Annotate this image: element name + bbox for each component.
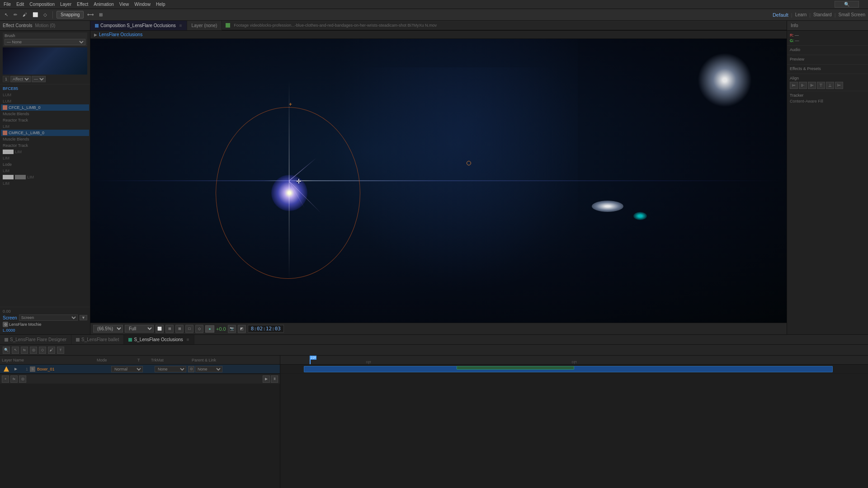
show-snapshot-btn[interactable]: ◩	[238, 325, 246, 333]
menu-file[interactable]: File	[4, 2, 11, 7]
comp-tab-occlusions[interactable]: Composition S_LensFlare Occlusions ≡	[90, 21, 187, 30]
layer-item-lim1[interactable]: LIM	[1, 123, 89, 130]
layer-name-1[interactable]: Boxer_01	[37, 367, 109, 371]
timeline-motion-btn[interactable]: ◎	[30, 347, 37, 354]
quality-select[interactable]: Full Half Quarter	[125, 325, 154, 333]
layer-item-lim5[interactable]: LIM	[1, 174, 89, 180]
menu-help[interactable]: Help	[156, 2, 165, 7]
menu-effect[interactable]: Effect	[77, 2, 88, 7]
workspace-standard[interactable]: Standard	[813, 12, 832, 17]
comp-tab-layer[interactable]: Layer (none)	[187, 21, 222, 30]
tl-header-mode: Mode	[97, 358, 133, 362]
grid-overlay-btn[interactable]: ⊞	[175, 325, 184, 333]
layer-mode-select[interactable]: Normal Screen Add	[111, 366, 143, 372]
motion-tab[interactable]: Motion (0)	[35, 23, 55, 28]
tl-pause-btn[interactable]: ⏸	[271, 375, 278, 383]
layer-item-lode[interactable]: Lode	[1, 161, 89, 168]
layer-item-cmrce[interactable]: CMRCE_L_LIMB_0	[1, 130, 89, 136]
align-left-btn[interactable]: ⊨	[790, 82, 798, 89]
align-right-btn[interactable]: ⊫	[808, 82, 816, 89]
tl-tab-occlusions[interactable]: S_LensFlare Occlusions ≡	[124, 335, 194, 344]
timeline-effects-btn[interactable]: fx	[21, 347, 28, 354]
menu-window[interactable]: Window	[134, 2, 151, 7]
layer-item-lim6[interactable]: LIM	[1, 180, 89, 187]
layer-item-muscle1[interactable]: Muscle Blends	[1, 111, 89, 117]
transparency-btn[interactable]: ⊞	[165, 325, 174, 333]
align-bottom-btn[interactable]: ⊢	[835, 82, 843, 89]
menu-edit[interactable]: Edit	[16, 2, 24, 7]
playhead[interactable]	[310, 356, 311, 364]
layer-item-muscle2[interactable]: Muscle Blends	[1, 136, 89, 142]
layer-item-lim3[interactable]: LIM	[1, 155, 89, 161]
layer-expand-icon[interactable]: ▶	[13, 366, 19, 372]
search-box[interactable]: 🔍	[835, 1, 859, 8]
tl-tab-menu-3[interactable]: ≡	[187, 337, 189, 342]
timeline-move-btn[interactable]: ↖	[12, 347, 19, 354]
timeline-mask-btn[interactable]: ◇	[39, 347, 46, 354]
zoom-select[interactable]: (66.5%) (100%) (50%)	[93, 325, 123, 333]
screen-dropdown[interactable]: ▼	[80, 315, 87, 320]
effect-controls-tab[interactable]: Effect Controls	[3, 23, 32, 28]
info-green-row: G: —	[790, 38, 865, 43]
layer-item-reactor1[interactable]: Reactor Track	[1, 117, 89, 123]
workspace-default[interactable]: Default	[773, 12, 788, 18]
masks-btn[interactable]: ◇	[195, 325, 203, 333]
workspace-small-screen[interactable]: Small Screen	[839, 12, 865, 17]
color-correction-btn[interactable]: ●	[205, 325, 214, 333]
shape-tool[interactable]: ◇	[42, 12, 49, 18]
gear-icon[interactable]: ⚙	[3, 322, 8, 327]
link-icon[interactable]: ⊙	[188, 366, 194, 372]
snapping-icon[interactable]: ⟷	[85, 12, 95, 18]
tl-layer-row-1[interactable]: ▶ 1 S Boxer_01 Normal Screen Add None ⊙ …	[0, 365, 280, 374]
breadcrumb-composition[interactable]: LensFlare Occlusions	[99, 32, 142, 37]
layer-item-lim4[interactable]: LIM	[1, 168, 89, 174]
tl-render-btn[interactable]: ▶	[263, 375, 270, 383]
snapshot-btn[interactable]: 📷	[228, 325, 236, 333]
align-middle-btn[interactable]: ⊥	[826, 82, 834, 89]
timeline-paint-btn[interactable]: 🖌	[48, 347, 55, 354]
brush-size[interactable]: 1	[3, 76, 9, 82]
layer-item-cfce[interactable]: CFCE_L_LIMB_0	[1, 104, 89, 111]
region-select-btn[interactable]: ⬜	[156, 325, 164, 333]
grid-icon[interactable]: ⊞	[97, 12, 104, 18]
layer-item-lim2[interactable]: LIM	[1, 149, 89, 155]
menu-animation[interactable]: Animation	[94, 2, 113, 7]
control-point-right[interactable]	[467, 161, 471, 165]
align-buttons: ⊨ ⊩ ⊫ ⊤ ⊥ ⊢	[790, 82, 865, 89]
align-center-btn[interactable]: ⊩	[799, 82, 807, 89]
align-top-btn[interactable]: ⊤	[817, 82, 825, 89]
timeline-search-btn[interactable]: 🔍	[3, 347, 10, 354]
viewport[interactable]: + ✛	[90, 39, 787, 323]
layer-item-lum2[interactable]: LUM	[1, 98, 89, 104]
menu-view[interactable]: View	[119, 2, 129, 7]
comp-tab-menu[interactable]: ≡	[179, 23, 182, 28]
tl-new-layer-btn[interactable]: +	[2, 375, 9, 383]
screen-select[interactable]: Screen	[19, 314, 78, 321]
brush-effect-select[interactable]: —	[32, 76, 46, 82]
layer-trkmat-select[interactable]: None	[155, 366, 186, 372]
screen-label[interactable]: Screen	[3, 315, 17, 320]
layer-item-lum1[interactable]: LUM	[1, 92, 89, 98]
tl-tab-flare-designer[interactable]: S_LensFlare Flare Designer	[0, 335, 71, 344]
brush-tool[interactable]: 🖌	[21, 12, 29, 18]
timeline-text-btn[interactable]: T	[57, 347, 64, 354]
workspace-learn[interactable]: Learn	[795, 12, 807, 17]
layer-item-reactor2[interactable]: Reactor Track	[1, 142, 89, 149]
menu-layer[interactable]: Layer	[60, 2, 71, 7]
eraser-tool[interactable]: ⬜	[31, 12, 40, 18]
tl-tab-ballet[interactable]: S_LensFlare ballet	[71, 335, 124, 344]
tl-effects-btn[interactable]: fx	[10, 375, 18, 383]
snapping-button[interactable]: Snapping	[57, 11, 84, 19]
select-tool[interactable]: ↖	[3, 12, 10, 18]
brush-mode-select[interactable]: Affect	[10, 76, 31, 82]
parent-select[interactable]: None	[195, 366, 222, 372]
tl-motion-btn[interactable]: ◎	[19, 375, 26, 383]
green-value: —	[795, 38, 799, 43]
exposure-value[interactable]: +0.0	[216, 326, 226, 332]
timecode-display[interactable]: 8:02:12:03	[248, 325, 284, 333]
solo-btn[interactable]: S	[30, 366, 35, 372]
pen-tool[interactable]: ✏	[12, 12, 19, 18]
menu-composition[interactable]: Composition	[29, 2, 55, 7]
brush-select[interactable]: — None	[5, 39, 85, 45]
safe-zones-btn[interactable]: □	[185, 325, 193, 333]
